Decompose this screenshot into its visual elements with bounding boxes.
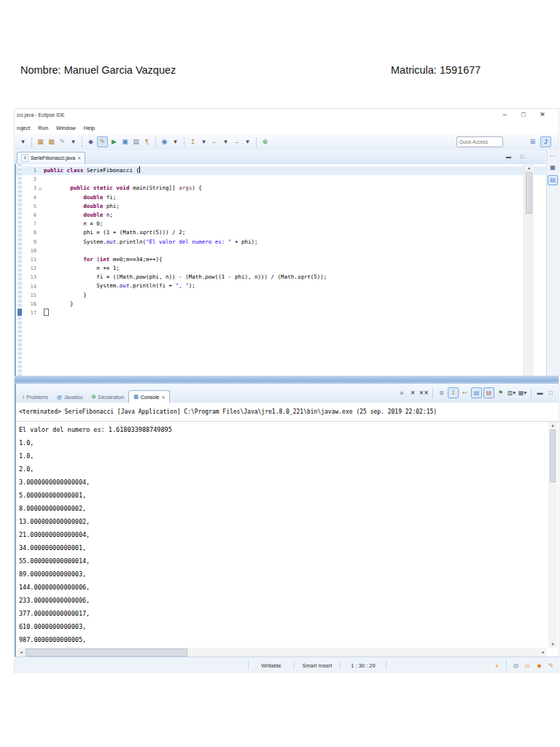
separator: [386, 661, 386, 670]
scroll-down-icon[interactable]: ▾: [548, 640, 557, 648]
code-line-8[interactable]: 8 phi = (1 + (Math.sqrt(5))) / 2;: [16, 228, 545, 237]
remove-all-launches-icon[interactable]: ✕✕: [419, 388, 429, 398]
console-horizontal-scrollbar[interactable]: ◂ ▸: [18, 648, 547, 657]
java-perspective-icon[interactable]: J: [540, 136, 551, 147]
link-with-editor-icon[interactable]: ⊕: [260, 137, 270, 147]
last-edit-dropdown[interactable]: ▾: [199, 137, 209, 147]
menu-item-roject[interactable]: roject: [17, 125, 30, 131]
remove-launch-icon[interactable]: ✕: [408, 388, 418, 398]
show-whitespace-icon[interactable]: ¶: [142, 137, 152, 147]
console-line: 5.000000000000001,: [19, 489, 547, 502]
code-line-15[interactable]: 15 }: [16, 291, 545, 300]
pencil-icon[interactable]: ✎: [546, 661, 556, 670]
clear-console-icon[interactable]: ≣: [437, 388, 446, 398]
search-icon[interactable]: ◉: [160, 137, 169, 147]
print-icon[interactable]: ✎: [58, 137, 67, 147]
code-editor[interactable]: 1public class SerieFibonacci {23⊖ public…: [15, 164, 545, 376]
debug-icon[interactable]: ◆: [86, 137, 96, 147]
scroll-lock-icon[interactable]: ↧: [448, 387, 459, 398]
tab-javadoc[interactable]: @Javadoc: [52, 392, 88, 403]
editor-tab-close-icon[interactable]: ✕: [77, 155, 81, 160]
menu-item-run[interactable]: Run: [38, 125, 48, 131]
search-dropdown[interactable]: ▾: [171, 137, 180, 147]
pin-console-icon[interactable]: ⚑: [496, 388, 505, 398]
code-line-2[interactable]: 2: [16, 175, 545, 184]
last-edit-location-icon[interactable]: ↥: [188, 137, 198, 147]
word-wrap-icon[interactable]: ↩: [460, 388, 470, 398]
scroll-up-icon[interactable]: ▴: [524, 164, 534, 171]
maximize-editor-icon[interactable]: □: [517, 152, 526, 160]
console-vertical-scrollbar[interactable]: ▴ ▾: [548, 422, 557, 648]
quick-access-input[interactable]: [456, 136, 503, 147]
code-line-13[interactable]: 13 fi = ((Math.pow(phi, n)) - (Math.pow(…: [16, 273, 545, 282]
display-console-dropdown[interactable]: ▥▾: [507, 388, 516, 398]
code-line-10[interactable]: 10: [16, 247, 545, 255]
code-text: phi = (1 + (Math.sqrt(5))) / 2;: [44, 228, 185, 237]
code-line-6[interactable]: 6 double n;: [16, 211, 545, 220]
scroll-right-icon[interactable]: ▸: [540, 648, 547, 657]
scrollbar-thumb[interactable]: [526, 172, 532, 214]
run-external-icon[interactable]: ▶: [109, 137, 119, 147]
code-line-1[interactable]: 1public class SerieFibonacci {: [16, 166, 545, 175]
scroll-left-icon[interactable]: ◂: [18, 648, 25, 657]
console-line: 89.00000000000003,: [19, 568, 547, 581]
minimize-editor-icon[interactable]: ▬: [504, 152, 513, 160]
new-java-class-icon[interactable]: ▣: [120, 137, 130, 147]
document-page: Nombre: Manuel Garcia Vazquez Matricula:…: [0, 0, 560, 747]
scrollbar-thumb[interactable]: [26, 649, 187, 657]
code-text: double phi;: [44, 202, 120, 211]
tab-declaration[interactable]: ⊙Declaration: [88, 391, 128, 403]
show-stdout-icon[interactable]: ▤: [471, 387, 482, 398]
menu-item-help[interactable]: Help: [84, 125, 95, 131]
editor-vertical-scrollbar[interactable]: ▴: [524, 164, 534, 376]
annotation-ruler[interactable]: [18, 164, 22, 376]
fold-marker[interactable]: ⊖: [36, 186, 44, 191]
open-perspective-icon[interactable]: ⊞: [528, 137, 537, 147]
tag-icon[interactable]: ◆: [534, 661, 544, 670]
save-icon[interactable]: ▦: [36, 137, 45, 147]
open-console-dropdown[interactable]: ▦▾: [518, 388, 527, 398]
back-icon[interactable]: ←: [210, 137, 219, 147]
scrollbar-thumb[interactable]: [550, 430, 556, 482]
code-line-16[interactable]: 16 }: [16, 300, 545, 309]
minimize-view-icon[interactable]: ▬: [535, 388, 545, 398]
tab-problems[interactable]: !Problems: [18, 392, 52, 403]
book-icon[interactable]: ▭: [523, 661, 532, 670]
task-list-icon[interactable]: ▤: [131, 137, 141, 147]
menu-item-window[interactable]: Window: [56, 125, 76, 131]
print-dropdown[interactable]: ▾: [69, 137, 78, 147]
editor-console-sash[interactable]: [15, 376, 559, 384]
scroll-up-icon[interactable]: ▴: [548, 422, 557, 429]
lightbulb-icon[interactable]: ●: [492, 661, 502, 670]
tab-console[interactable]: ▥Console✕: [128, 390, 170, 403]
code-line-5[interactable]: 5 double phi;: [16, 202, 545, 211]
code-line-12[interactable]: 12 n += 1;: [16, 264, 545, 273]
menu-overflow-dropdown[interactable]: ▾: [18, 137, 28, 147]
maximize-view-icon[interactable]: □: [546, 388, 556, 398]
outline-icon[interactable]: ▤: [548, 175, 558, 185]
line-number: 11: [23, 257, 36, 263]
console-output[interactable]: El valor del numero es: 1.61803398874989…: [16, 422, 547, 648]
forward-icon[interactable]: →: [232, 137, 241, 147]
run-icon[interactable]: ✎: [97, 136, 108, 147]
code-line-9[interactable]: 9 System.out.println("El valor del numer…: [16, 238, 545, 247]
restore-views-icon[interactable]: ⋯: [548, 152, 557, 160]
code-line-4[interactable]: 4 double fi;: [16, 193, 545, 202]
editor-tab[interactable]: J SerieFibonacci.java ✕: [17, 152, 85, 163]
back-dropdown[interactable]: ▾: [221, 137, 230, 147]
minimize-window-button[interactable]: –: [499, 111, 510, 118]
forward-dropdown[interactable]: ▾: [243, 137, 252, 147]
maximize-window-button[interactable]: □: [518, 111, 529, 118]
at-icon[interactable]: @: [511, 661, 521, 670]
code-line-3[interactable]: 3⊖ public static void main(String[] args…: [16, 184, 545, 193]
package-explorer-icon[interactable]: ▦: [548, 163, 557, 172]
save-all-icon[interactable]: ▩: [47, 137, 56, 147]
console-tab-close-icon[interactable]: ✕: [161, 395, 165, 400]
close-window-button[interactable]: ✕: [537, 111, 548, 118]
code-line-7[interactable]: 7 n = 0;: [16, 220, 545, 228]
code-line-11[interactable]: 11 for (int m=0;m<=34;m++){: [16, 255, 545, 264]
terminate-icon[interactable]: ■: [397, 388, 407, 398]
code-line-17[interactable]: 17: [16, 309, 545, 317]
code-line-14[interactable]: 14 System.out.println(fi + ", ");: [16, 282, 545, 290]
show-stderr-icon[interactable]: ▤: [483, 387, 494, 398]
